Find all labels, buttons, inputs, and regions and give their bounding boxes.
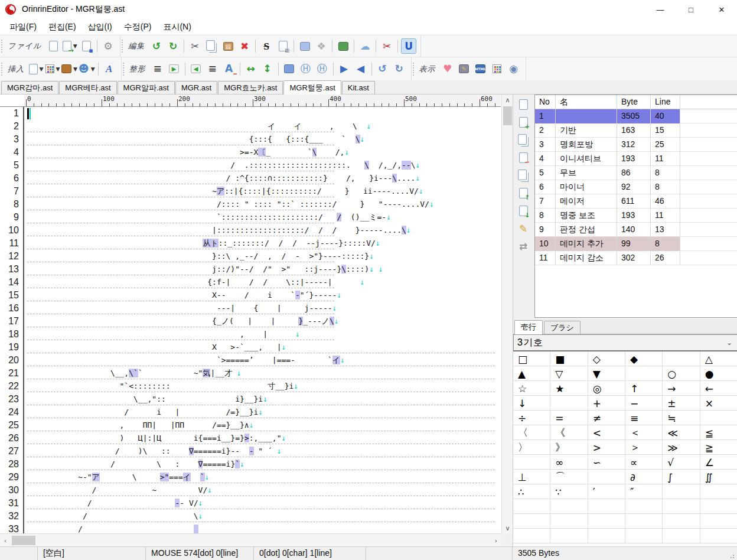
symbol-cell[interactable]: ≧ [700, 440, 737, 455]
dropdown-arrow-icon[interactable]: ▼ [40, 66, 44, 72]
dropdown-arrow-icon[interactable]: ▼ [56, 66, 60, 72]
expand-width-icon[interactable]: ↔ [243, 61, 259, 77]
symbol-cell[interactable] [588, 514, 625, 529]
hscroll-thumb[interactable] [12, 536, 35, 545]
column-header[interactable]: No [535, 95, 556, 109]
symbol-cell[interactable]: ∠ [700, 455, 737, 470]
align-lines-icon[interactable]: ≡ [150, 61, 165, 77]
toolbar-grip[interactable] [122, 40, 124, 53]
symbol-cell[interactable]: ≠ [588, 411, 625, 425]
symbol-cell[interactable]: ▽ [550, 366, 588, 381]
symbol-cell[interactable]: < [588, 425, 625, 440]
table-row[interactable]: 10데미지 추가998 [535, 237, 737, 251]
horizontal-scrollbar[interactable]: ‹ › [0, 533, 501, 546]
symbol-cell[interactable]: ▲ [513, 366, 550, 381]
page-move-up-icon[interactable]: ↑ [516, 185, 531, 201]
symbol-cell[interactable]: × [700, 396, 737, 411]
doc-tab-3[interactable]: MGR.ast [175, 81, 217, 94]
symbol-cell[interactable]: ∝ [625, 455, 663, 470]
palette-view-icon[interactable] [490, 61, 505, 77]
symbol-cell[interactable] [663, 499, 700, 514]
symbol-cell[interactable] [700, 529, 737, 543]
symbol-cell[interactable]: = [550, 411, 588, 425]
insert-box-icon[interactable]: ▼ [61, 61, 77, 77]
symbol-cell[interactable]: ⊥ [513, 470, 550, 484]
symbol-cell[interactable]: ▼ [588, 366, 625, 381]
table-row[interactable]: 9판정 간섭14013 [535, 223, 737, 237]
symbol-cell[interactable]: ∂ [625, 470, 663, 484]
symbol-cell[interactable]: ◆ [625, 351, 663, 366]
scroll-left-arrow[interactable]: ‹ [0, 534, 11, 547]
select-region-icon[interactable] [297, 38, 312, 54]
symbol-cell[interactable]: ＞ [625, 440, 663, 455]
symbol-cell[interactable]: ≦ [700, 425, 737, 440]
symbol-cell[interactable]: ＜ [625, 425, 663, 440]
symbol-cell[interactable] [625, 514, 663, 529]
doc-tab-6[interactable]: Kit.ast [342, 81, 375, 94]
symbol-cell[interactable]: ≫ [663, 440, 700, 455]
symbol-cell[interactable] [588, 529, 625, 543]
symbol-cell[interactable]: ☆ [513, 381, 550, 396]
symbol-cell[interactable] [588, 499, 625, 514]
page-new-icon[interactable] [516, 97, 531, 112]
symbol-cell[interactable]: ↓ [513, 396, 550, 411]
remove-space-icon[interactable]: A− [221, 61, 237, 77]
expand-height-icon[interactable]: ↕ [260, 61, 275, 77]
page-move-down-icon[interactable]: ↓ [516, 203, 531, 219]
symbol-cell[interactable] [550, 514, 588, 529]
symbol-cell[interactable] [700, 484, 737, 499]
symbol-cell[interactable]: √ [663, 455, 700, 470]
symbol-cell[interactable] [625, 366, 663, 381]
symbol-category-dropdown[interactable]: 3기호 ⌄ [513, 334, 737, 351]
symbol-cell[interactable]: > [588, 440, 625, 455]
symbol-cell[interactable]: 《 [550, 425, 588, 440]
symbol-cell[interactable] [550, 529, 588, 543]
copy-icon[interactable] [204, 38, 219, 54]
symbol-cell[interactable]: ′ [588, 484, 625, 499]
toolbar-grip[interactable] [1, 40, 4, 53]
doc-tab-0[interactable]: MGR감마.ast [1, 81, 58, 94]
symbol-cell[interactable]: ★ [550, 381, 588, 396]
maximize-button[interactable]: □ [676, 0, 706, 19]
align-left-icon[interactable]: ≡ [205, 61, 220, 77]
jump-end-icon[interactable]: Ⓗ [298, 61, 314, 77]
edit-pencil-icon[interactable]: ✎ [516, 221, 531, 236]
symbol-cell[interactable] [700, 514, 737, 529]
symbol-cell[interactable] [663, 514, 700, 529]
dropdown-arrow-icon[interactable]: ▼ [91, 66, 95, 72]
symbol-cell[interactable] [625, 529, 663, 543]
symbol-cell[interactable] [550, 396, 588, 411]
menu-insert[interactable]: 삽입(I) [82, 20, 118, 34]
step-forward-icon[interactable]: ▶ [337, 61, 352, 77]
symbol-cell[interactable]: ∫ [663, 470, 700, 484]
symbol-cell[interactable]: ∴ [513, 484, 550, 499]
symbol-cell[interactable]: 〈 [513, 425, 550, 440]
redo-icon[interactable]: ↻ [165, 38, 181, 54]
symbol-cell[interactable]: ∬ [700, 470, 737, 484]
symbol-cell[interactable] [513, 455, 550, 470]
symbol-cell[interactable]: ≪ [663, 425, 700, 440]
palette-tab-ブラシ[interactable]: ブラシ [544, 321, 581, 334]
symbol-cell[interactable]: □ [513, 351, 550, 366]
page-add-icon[interactable]: + [516, 115, 531, 130]
page-remove-icon[interactable]: − [516, 150, 531, 165]
symbol-cell[interactable] [513, 529, 550, 543]
toolbar-grip[interactable] [123, 63, 125, 76]
table-row[interactable]: 5무브868 [535, 166, 737, 180]
cut-icon[interactable]: ✂ [187, 38, 203, 54]
doc-tab-1[interactable]: MGR베타.ast [59, 81, 116, 94]
symbol-cell[interactable]: ∞ [550, 455, 588, 470]
table-row[interactable]: 2기반16315 [535, 123, 737, 138]
symbol-cell[interactable]: ∵ [550, 484, 588, 499]
font-icon[interactable]: A [102, 61, 117, 77]
delete-icon[interactable]: ✖ [237, 38, 252, 54]
symbol-cell[interactable] [513, 499, 550, 514]
symbol-cell[interactable] [663, 351, 700, 366]
cloud-icon[interactable]: ☁ [357, 38, 373, 54]
symbol-cell[interactable]: ⌒ [550, 470, 588, 484]
symbol-cell[interactable]: ″ [625, 484, 663, 499]
column-header[interactable]: 名 [556, 95, 617, 109]
symbol-grid[interactable]: □■◇◆△▲▽▼○●☆★◎↑→←↓+−±×÷=≠≡≒〈《<＜≪≦〉》>＞≫≧∞∽… [513, 351, 737, 546]
column-header[interactable] [680, 95, 737, 109]
settings-gear-icon[interactable]: ⚙ [100, 38, 116, 54]
